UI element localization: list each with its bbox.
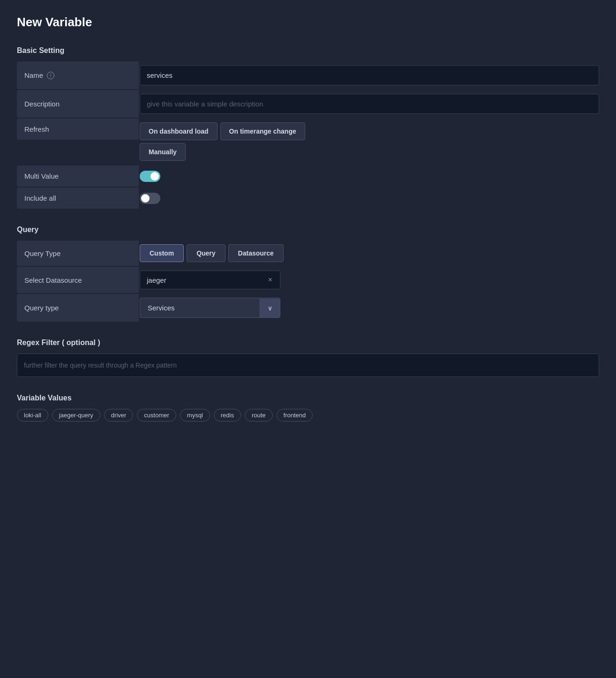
refresh-row: Refresh On dashboard load On timerange c… [17, 119, 599, 165]
tag-item: customer [137, 409, 176, 422]
description-value-cell [140, 90, 599, 118]
refresh-btn-timerange-change[interactable]: On timerange change [220, 122, 305, 140]
multi-value-knob [150, 172, 159, 181]
name-row: Name i [17, 61, 599, 89]
query-section-title: Query [17, 226, 599, 234]
include-all-row: Include all [17, 188, 599, 209]
multi-value-row: Multi Value [17, 166, 599, 187]
basic-setting-section: Basic Setting Name i Description Refresh… [17, 46, 599, 209]
datasource-clear-button[interactable]: × [267, 276, 273, 284]
query-type-buttons: Custom Query Datasource [140, 244, 284, 262]
include-all-knob [141, 194, 150, 203]
query-type-btn-query[interactable]: Query [187, 244, 225, 262]
select-datasource-cell: jaeger × [140, 267, 599, 293]
include-all-toggle[interactable] [140, 193, 160, 204]
multi-value-toggle[interactable] [140, 171, 160, 182]
name-info-icon: i [47, 72, 54, 79]
refresh-value-cell: On dashboard load On timerange change Ma… [140, 119, 599, 165]
page-title: New Variable [17, 15, 599, 30]
description-label: Description [17, 90, 139, 118]
tag-item: redis [214, 409, 241, 422]
select-datasource-label: Select Datasource [17, 267, 139, 293]
query-type-select[interactable]: Services ∨ [140, 298, 280, 318]
regex-input[interactable] [17, 354, 599, 377]
tag-item: frontend [277, 409, 313, 422]
select-datasource-row: Select Datasource jaeger × [17, 267, 599, 293]
query-type-btn-datasource[interactable]: Datasource [228, 244, 284, 262]
query-type-btn-custom[interactable]: Custom [140, 244, 184, 262]
multi-value-label: Multi Value [17, 166, 139, 187]
tag-item: jaeger-query [52, 409, 100, 422]
tag-list: loki-alljaeger-querydrivercustomermysqlr… [17, 409, 599, 422]
query-type-dropdown-button[interactable]: ∨ [260, 299, 280, 317]
refresh-btn-manually[interactable]: Manually [140, 143, 186, 161]
tag-item: mysql [180, 409, 210, 422]
name-value-cell [140, 61, 599, 89]
refresh-buttons-row2: Manually [140, 143, 186, 161]
variable-values-section: Variable Values loki-alljaeger-querydriv… [17, 394, 599, 422]
include-all-label: Include all [17, 188, 139, 209]
query-type-row2-cell: Services ∨ [140, 294, 599, 322]
tag-item: route [245, 409, 273, 422]
refresh-buttons-row1: On dashboard load On timerange change [140, 122, 305, 140]
refresh-label: Refresh [17, 119, 139, 140]
description-input[interactable] [140, 94, 599, 114]
variable-values-title: Variable Values [17, 394, 599, 402]
datasource-select[interactable]: jaeger × [140, 271, 280, 289]
regex-section: Regex Filter ( optional ) [17, 339, 599, 377]
query-type-cell: Custom Query Datasource [140, 241, 599, 266]
tag-item: loki-all [17, 409, 48, 422]
regex-section-title: Regex Filter ( optional ) [17, 339, 599, 347]
description-row: Description [17, 90, 599, 118]
include-all-cell [140, 188, 599, 209]
query-type-row: Query Type Custom Query Datasource [17, 241, 599, 266]
query-section: Query Query Type Custom Query Datasource… [17, 226, 599, 322]
query-type-row2-label: Query type [17, 294, 139, 322]
query-type-select-value: Services [140, 298, 260, 317]
datasource-value: jaeger [147, 276, 263, 284]
query-type-row2: Query type Services ∨ [17, 294, 599, 322]
tag-item: driver [104, 409, 134, 422]
name-label: Name i [17, 61, 139, 89]
basic-setting-title: Basic Setting [17, 46, 599, 55]
name-input[interactable] [140, 65, 599, 85]
refresh-btn-dashboard-load[interactable]: On dashboard load [140, 122, 218, 140]
multi-value-cell [140, 166, 599, 187]
query-type-label: Query Type [17, 241, 139, 266]
